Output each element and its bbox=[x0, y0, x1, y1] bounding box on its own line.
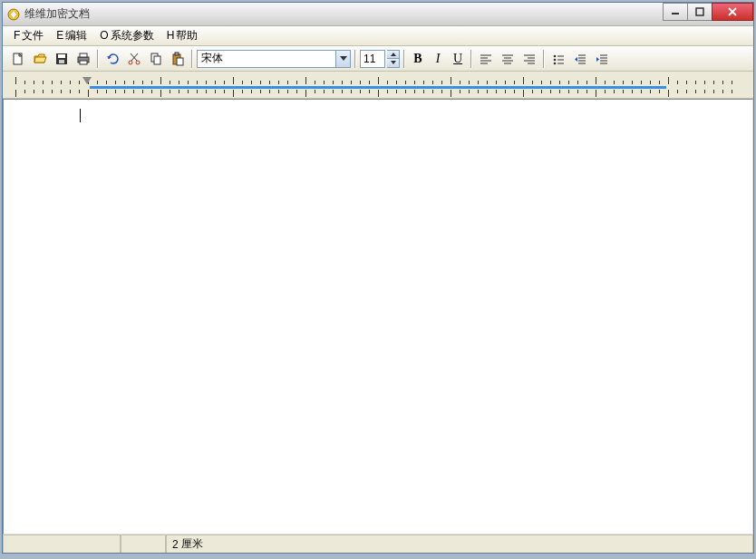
toolbar-separator bbox=[97, 50, 99, 68]
undo-icon bbox=[105, 52, 120, 66]
menu-edit[interactable]: E编辑 bbox=[51, 26, 92, 45]
underline-button[interactable]: U bbox=[449, 50, 467, 68]
paste-icon bbox=[170, 52, 185, 66]
menu-file[interactable]: F文件 bbox=[8, 26, 49, 45]
indent-marker-icon[interactable] bbox=[82, 77, 92, 84]
svg-point-13 bbox=[136, 61, 140, 64]
scissors-icon bbox=[127, 52, 141, 66]
statusbar: 2 厘米 bbox=[3, 535, 753, 553]
spinner-up-icon[interactable] bbox=[387, 51, 399, 60]
open-folder-icon bbox=[33, 52, 47, 66]
menu-help[interactable]: H帮助 bbox=[161, 26, 204, 45]
toolbar-separator bbox=[191, 50, 193, 68]
font-size-input[interactable]: 11 bbox=[360, 50, 385, 68]
menubar: F文件 E编辑 O系统参数 H帮助 bbox=[3, 26, 753, 46]
toolbar-separator bbox=[403, 50, 405, 68]
bold-button[interactable]: B bbox=[409, 50, 427, 68]
print-button[interactable] bbox=[73, 49, 93, 69]
status-position: 2 厘米 bbox=[166, 535, 753, 553]
indent-icon bbox=[596, 53, 608, 65]
svg-line-14 bbox=[131, 53, 138, 61]
printer-icon bbox=[76, 52, 91, 66]
outdent-button[interactable] bbox=[570, 49, 590, 69]
save-floppy-icon bbox=[54, 52, 69, 66]
app-icon bbox=[6, 7, 21, 22]
bullets-icon bbox=[552, 53, 565, 65]
toolbar: 宋体 11 B I U bbox=[3, 46, 753, 72]
titlebar: 维维加密文档 bbox=[3, 3, 753, 26]
svg-rect-2 bbox=[696, 8, 703, 15]
menu-options[interactable]: O系统参数 bbox=[94, 26, 159, 45]
svg-rect-11 bbox=[80, 61, 87, 64]
editor-area[interactable] bbox=[3, 99, 753, 535]
copy-icon bbox=[149, 52, 163, 66]
svg-rect-17 bbox=[154, 56, 160, 64]
toolbar-separator bbox=[543, 50, 545, 68]
svg-point-37 bbox=[554, 62, 557, 64]
font-family-select[interactable]: 宋体 bbox=[197, 50, 351, 68]
new-file-icon bbox=[11, 52, 25, 66]
cut-button[interactable] bbox=[124, 49, 144, 69]
open-button[interactable] bbox=[30, 49, 50, 69]
dropdown-arrow-icon bbox=[335, 51, 350, 67]
svg-point-12 bbox=[129, 61, 132, 64]
align-center-icon bbox=[501, 53, 514, 65]
align-right-button[interactable] bbox=[519, 49, 539, 69]
svg-rect-7 bbox=[58, 54, 65, 58]
align-left-button[interactable] bbox=[476, 49, 496, 69]
copy-button[interactable] bbox=[146, 49, 166, 69]
status-cell-1 bbox=[3, 535, 121, 553]
close-button[interactable] bbox=[712, 3, 753, 21]
indent-button[interactable] bbox=[592, 49, 612, 69]
status-cell-2 bbox=[121, 535, 166, 553]
toolbar-separator bbox=[354, 50, 356, 68]
save-button[interactable] bbox=[52, 49, 72, 69]
text-cursor bbox=[80, 109, 81, 122]
font-family-value: 宋体 bbox=[201, 51, 223, 66]
svg-rect-20 bbox=[177, 58, 183, 65]
align-left-icon bbox=[480, 53, 492, 65]
svg-rect-8 bbox=[59, 60, 64, 63]
bullet-list-button[interactable] bbox=[548, 49, 568, 69]
svg-point-33 bbox=[554, 54, 557, 57]
toolbar-separator bbox=[470, 50, 472, 68]
new-button[interactable] bbox=[8, 49, 28, 69]
svg-rect-10 bbox=[80, 53, 87, 57]
outdent-icon bbox=[574, 53, 586, 65]
paste-button[interactable] bbox=[168, 49, 188, 69]
italic-button[interactable]: I bbox=[429, 50, 447, 68]
maximize-button[interactable] bbox=[687, 3, 712, 21]
app-window: 维维加密文档 F文件 E编辑 O系统参数 H帮助 宋体 11 bbox=[2, 2, 754, 554]
window-title: 维维加密文档 bbox=[24, 6, 753, 22]
ruler-active-bar bbox=[90, 86, 666, 89]
svg-rect-19 bbox=[175, 53, 179, 55]
minimize-button[interactable] bbox=[663, 3, 688, 21]
align-right-icon bbox=[523, 53, 536, 65]
svg-point-35 bbox=[554, 58, 557, 61]
svg-line-15 bbox=[131, 53, 137, 61]
window-controls bbox=[664, 3, 753, 21]
align-center-button[interactable] bbox=[498, 49, 518, 69]
font-size-spinner[interactable] bbox=[387, 50, 400, 68]
spinner-down-icon[interactable] bbox=[387, 59, 399, 67]
ruler[interactable] bbox=[3, 72, 753, 99]
undo-button[interactable] bbox=[102, 49, 122, 69]
